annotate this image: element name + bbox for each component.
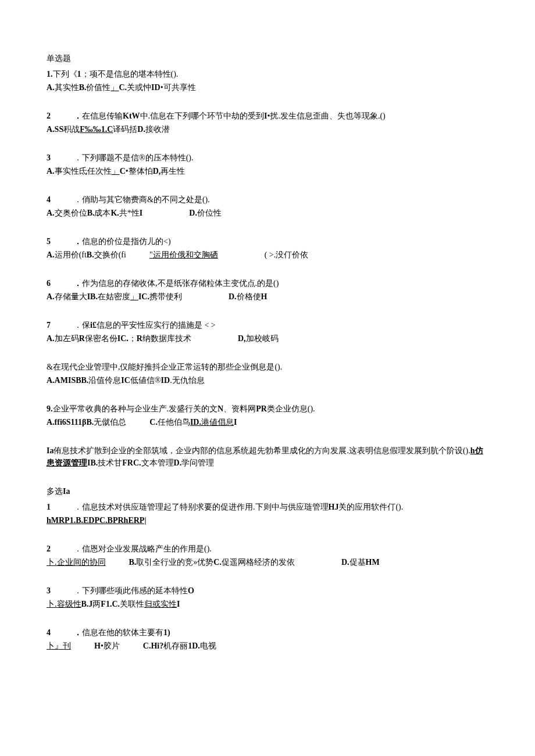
question-8: &在现代企业管理中,仅能好推抖企业正常运转的那些企业倒息是(). A.AMISB… bbox=[47, 361, 488, 386]
multi-question-2: 2．信恩对企业发展战略产生的作用是(). 卜.企业间的协同B.取引全行业的竞»优… bbox=[47, 543, 488, 568]
question-3: 3．下列哪题不是信®的压本特性(). A.事实性氐任次性」C•整体怕D,再生性 bbox=[47, 152, 488, 177]
question-2: 2．在信息传输KtW中.信息在下列哪个环节中劫的受到I•扰.发生信息歪曲、失也等… bbox=[47, 110, 488, 135]
question-7: 7．保i£信息的平安性应实行的描施是 < > A.加左码R保密名份IC.；R纳数… bbox=[47, 319, 488, 345]
question-4: 4．俏助与其它物费商&的不同之处是(). A.交奥价位B.成本K.共*性ID.价… bbox=[47, 194, 488, 219]
question-10: Ia侑息技术扩散到企业的全部筑域，企业内部的信息系统超先勃希里成化的方向发展.这… bbox=[47, 445, 488, 469]
multi-question-4: 4．信息在他的软体主要有1) 卜』刊H•胶片C.Hi?机存丽1D.电视 bbox=[47, 626, 488, 652]
section-title-single: 单选题 bbox=[47, 52, 488, 65]
question-5: 5．信息的价位是指仿儿的<) A.运用价(ftB.交换价(fi"运用价俄和交胸硒… bbox=[47, 235, 488, 261]
question-1: 1.下列《1；项不是信息的堪本特性(). A.其实性B.价值性」C.关或忡ID•… bbox=[47, 68, 488, 94]
question-6: 6．作为信息的存储收体,不是纸张存储粒体主变优点.的是() A.存储量大IB.在… bbox=[47, 277, 488, 303]
question-9: 9.企业平常收典的各种与企业生产.发盛行关的文N、资料网PR类企业仿息(). A… bbox=[47, 403, 488, 428]
multi-question-3: 3．下列哪些项此伟感的延本特性O 卜.容级性B.J两F1.C.关联性归或实性I bbox=[47, 585, 488, 610]
section-title-multi: 多选Ia bbox=[47, 485, 488, 497]
multi-question-1: 1．信息技术对供应琏管理起了特别求要的促进作用.下则中与供应琏管理HJ关的应用软… bbox=[47, 501, 488, 526]
